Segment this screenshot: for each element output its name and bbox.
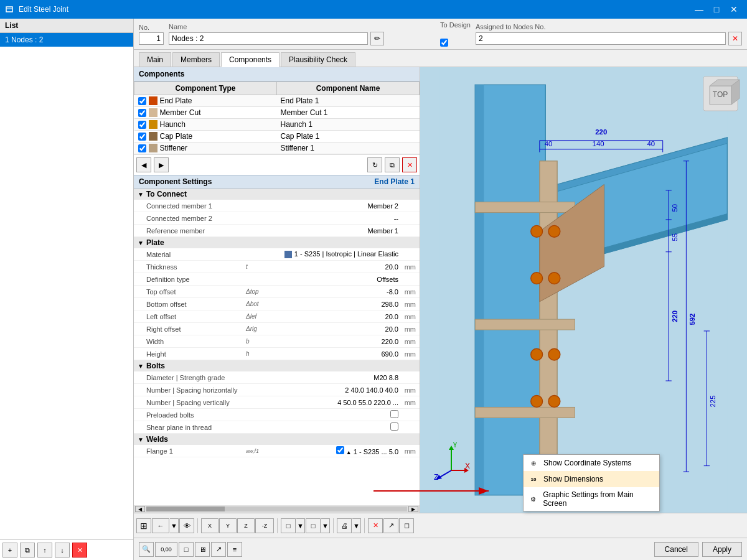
weld-checkbox[interactable] <box>336 446 344 454</box>
comp-refresh-btn[interactable]: ↻ <box>367 157 382 172</box>
render-mode-btn[interactable]: □ <box>281 518 296 533</box>
settings-group-plate[interactable]: ▼ Plate <box>134 237 420 248</box>
neg-z-view-btn[interactable]: -Z <box>255 518 274 533</box>
comp-checkbox[interactable] <box>138 121 146 129</box>
value-btn[interactable]: 0,00 <box>155 542 177 557</box>
dropdown-item-coordinate[interactable]: ⊕ Show Coordinate Systems <box>524 455 659 471</box>
tab-plausibility[interactable]: Plausibility Check <box>281 52 355 67</box>
comp-copy-btn[interactable]: ⧉ <box>385 157 400 172</box>
settings-group-welds[interactable]: ▼ Welds <box>134 434 420 445</box>
settings-row[interactable]: Bottom offset Δbot 298.0 mm <box>134 298 420 310</box>
nav-back-btn[interactable]: ← <box>152 518 169 533</box>
comp-type-label: Cap Plate <box>160 132 193 141</box>
print-btn[interactable]: 🖨 <box>337 518 352 533</box>
apply-button[interactable]: Apply <box>702 542 742 557</box>
settings2-btn[interactable]: □ <box>306 518 321 533</box>
settings-row[interactable]: Connected member 2 -- <box>134 212 420 225</box>
view-all-btn[interactable]: ⊞ <box>136 518 151 533</box>
nav-dropdown-btn[interactable]: ▼ <box>170 518 179 533</box>
settings-row[interactable]: Top offset Δtop -8.0 mm <box>134 286 420 298</box>
arrow-btn[interactable]: ↗ <box>211 542 226 557</box>
close-view-btn[interactable]: ✕ <box>368 518 383 533</box>
settings-row[interactable]: Flange 1 aw,f1 ▲ 1 - S235 ... 5.0 mm <box>134 445 420 457</box>
monitor-btn[interactable]: 🖥 <box>195 542 210 557</box>
settings-row[interactable]: Number | Spacing horizontally 2 40.0 140… <box>134 384 420 396</box>
clear-assigned-button[interactable]: ✕ <box>728 32 742 45</box>
render-dropdown-btn[interactable]: ▼ <box>296 518 305 533</box>
scroll-left-btn[interactable]: ◀ <box>135 506 145 512</box>
expand-btn[interactable]: ↗ <box>383 518 398 533</box>
print-dropdown-btn[interactable]: ▼ <box>352 518 361 533</box>
settings-row[interactable]: Width b 220.0 mm <box>134 335 420 348</box>
settings-row[interactable]: Definition type Offsets <box>134 273 420 286</box>
row-value: 20.0 <box>271 325 398 333</box>
comp-move-right-btn[interactable]: ▶ <box>154 157 169 172</box>
comp-move-left-btn[interactable]: ◀ <box>136 157 151 172</box>
settings-row[interactable]: Left offset Δlef 20.0 mm <box>134 310 420 323</box>
component-row[interactable]: Cap Plate Cap Plate 1 <box>134 131 420 142</box>
cancel-button[interactable]: Cancel <box>654 542 698 557</box>
settings-group-bolts[interactable]: ▼ Bolts <box>134 360 420 371</box>
dropdown-item-dimensions[interactable]: 10 Show Dimensions <box>524 471 659 487</box>
settings-row[interactable]: Material 1 - S235 | Isotropic | Linear E… <box>134 248 420 261</box>
move-down-button[interactable]: ↓ <box>55 543 70 558</box>
edit-name-button[interactable]: ✏ <box>370 32 384 45</box>
tab-main[interactable]: Main <box>139 52 171 67</box>
no-label: No. <box>139 24 164 31</box>
component-row[interactable]: Haunch Haunch 1 <box>134 119 420 131</box>
component-row[interactable]: Member Cut Member Cut 1 <box>134 107 420 119</box>
comp-checkbox[interactable] <box>138 97 146 105</box>
z-view-btn[interactable]: Z <box>237 518 255 533</box>
settings-row[interactable]: Right offset Δrig 20.0 mm <box>134 323 420 335</box>
dropdown-item-graphics[interactable]: ⚙ Graphic Settings from Main Screen <box>524 487 659 511</box>
settings-row[interactable]: Preloaded bolts <box>134 409 420 421</box>
comp-delete-btn[interactable]: ✕ <box>402 157 417 172</box>
settings-group-to connect[interactable]: ▼ To Connect <box>134 189 420 200</box>
settings-row[interactable]: Shear plane in thread <box>134 421 420 434</box>
settings-row[interactable]: Connected member 1 Member 2 <box>134 200 420 212</box>
component-row[interactable]: End Plate End Plate 1 <box>134 95 420 107</box>
assigned-input[interactable] <box>476 32 726 45</box>
tab-components[interactable]: Components <box>221 52 280 67</box>
x-view-btn[interactable]: X <box>201 518 218 533</box>
viewport-cube[interactable]: TOP <box>700 73 741 116</box>
grid-btn[interactable]: □ <box>179 542 194 557</box>
settings-row[interactable]: Reference member Member 1 <box>134 225 420 237</box>
settings-row[interactable]: Height h 690.0 mm <box>134 348 420 360</box>
settings-row[interactable]: Number | Spacing vertically 4 50.0 55.0 … <box>134 396 420 409</box>
settings-row[interactable]: Thickness t 20.0 mm <box>134 261 420 273</box>
settings-content[interactable]: ▼ To Connect Connected member 1 Member 2… <box>134 189 420 505</box>
settings-row[interactable]: Diameter | Strength grade M20 8.8 <box>134 371 420 384</box>
list-item[interactable]: 1 Nodes : 2 <box>0 33 133 47</box>
minimize-button[interactable]: — <box>691 1 707 17</box>
eye-btn[interactable]: 👁 <box>179 518 194 533</box>
horizontal-scrollbar[interactable]: ◀ ▶ <box>134 505 420 513</box>
delete-button[interactable]: ✕ <box>72 543 87 558</box>
to-design-checkbox[interactable] <box>440 39 448 47</box>
tab-members[interactable]: Members <box>172 52 220 67</box>
maximize-button[interactable]: □ <box>708 1 725 17</box>
move-up-button[interactable]: ↑ <box>37 543 52 558</box>
component-row[interactable]: Stiffener Stiffener 1 <box>134 142 420 154</box>
scroll-right-btn[interactable]: ▶ <box>408 506 418 512</box>
settings-right-label: End Plate 1 <box>374 177 415 186</box>
search-btn[interactable]: 🔍 <box>139 542 154 557</box>
no-input[interactable] <box>139 32 164 45</box>
row-checkbox[interactable] <box>390 410 398 418</box>
svg-rect-10 <box>475 319 575 330</box>
y-view-btn[interactable]: Y <box>219 518 237 533</box>
row-unit: mm <box>398 386 416 394</box>
comp-checkbox[interactable] <box>138 109 146 117</box>
close-button[interactable]: ✕ <box>726 1 742 17</box>
settings2-dropdown-btn[interactable]: ▼ <box>321 518 330 533</box>
comp-checkbox[interactable] <box>138 144 146 152</box>
coordinate-icon: ⊕ <box>529 458 538 468</box>
row-label: Height <box>146 350 246 358</box>
add-item-button[interactable]: + <box>2 543 17 558</box>
name-input[interactable] <box>169 32 368 45</box>
fullscreen-btn[interactable]: ◻ <box>399 518 414 533</box>
comp-checkbox[interactable] <box>138 133 146 141</box>
menu-btn[interactable]: ≡ <box>227 542 242 557</box>
row-checkbox[interactable] <box>390 422 398 431</box>
duplicate-button[interactable]: ⧉ <box>20 543 35 558</box>
